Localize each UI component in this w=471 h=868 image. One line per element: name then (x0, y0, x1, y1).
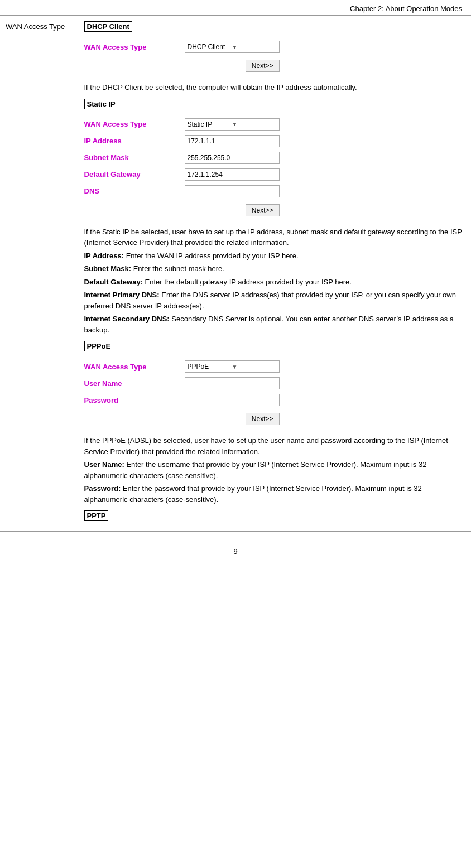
pppoe-btn-row: Next>> (84, 408, 284, 430)
staticip-wan-label: WAN Access Type (84, 116, 185, 133)
pppoe-dropdown-icon: ▼ (232, 364, 277, 370)
page-number: 9 (233, 547, 237, 556)
pppoe-wan-label: WAN Access Type (84, 358, 185, 375)
staticip-gw-term: Default Gateway: (84, 278, 143, 286)
pppoe-wan-select-value: PPPoE (188, 363, 232, 370)
staticip-gateway-input[interactable] (185, 168, 280, 181)
staticip-wan-select-value: Static IP (188, 120, 232, 128)
pppoe-password-label: Password (84, 392, 185, 408)
dhcp-wan-select-cell: DHCP Client ▼ (185, 38, 284, 55)
pppoe-username-term: User Name: (84, 460, 124, 469)
staticip-subnet-input[interactable] (185, 152, 280, 164)
staticip-dns-label: DNS (84, 183, 185, 200)
staticip-pdns-term: Internet Primary DNS: (84, 291, 160, 299)
pppoe-form: WAN Access Type PPPoE ▼ User Name (84, 358, 284, 430)
dhcp-wan-label: WAN Access Type (84, 38, 185, 55)
staticip-section-label: Static IP (84, 99, 118, 109)
chapter-title: Chapter 2: About Operation Modes (350, 4, 462, 13)
staticip-next-button[interactable]: Next>> (246, 204, 280, 216)
pppoe-username-cell (185, 375, 284, 392)
dhcp-dropdown-icon: ▼ (232, 44, 277, 50)
staticip-section: Static IP WAN Access Type Static IP ▼ (84, 99, 463, 336)
pppoe-section-label: PPPoE (84, 341, 114, 351)
dhcp-btn-row: Next>> (84, 55, 284, 76)
staticip-ip-input[interactable] (185, 135, 280, 147)
staticip-gateway-cell (185, 166, 284, 183)
dhcp-wan-select[interactable]: DHCP Client ▼ (185, 41, 280, 53)
staticip-ip-desc: IP Address: Enter the WAN IP address pro… (84, 250, 463, 262)
dhcp-section: DHCP Client WAN Access Type DHCP Client … (84, 21, 463, 93)
staticip-sdns-term: Internet Secondary DNS: (84, 315, 170, 323)
staticip-pdns-desc: Internet Primary DNS: Enter the DNS serv… (84, 290, 463, 311)
left-column-label: WAN Access Type (6, 22, 65, 31)
staticip-subnet-desc: Subnet Mask: Enter the subnet mask here. (84, 263, 463, 274)
page-header: Chapter 2: About Operation Modes (0, 0, 471, 16)
staticip-subnet-desc-text: Enter the subnet mask here. (131, 264, 224, 273)
dhcp-description: If the DHCP Client be selected, the comp… (84, 82, 463, 93)
dhcp-next-button[interactable]: Next>> (246, 60, 280, 72)
pppoe-section: PPPoE WAN Access Type PPPoE ▼ (84, 341, 463, 505)
staticip-dns-cell (185, 183, 284, 200)
pppoe-username-desc: User Name: Enter the username that provi… (84, 459, 463, 481)
staticip-wan-select[interactable]: Static IP ▼ (185, 118, 280, 131)
pppoe-username-desc-text: Enter the username that provide by your … (84, 460, 427, 480)
staticip-dns-input[interactable] (185, 185, 280, 197)
staticip-form: WAN Access Type Static IP ▼ IP Address (84, 116, 284, 221)
staticip-ip-label: IP Address (84, 133, 185, 150)
dhcp-form: WAN Access Type DHCP Client ▼ Next>> (84, 38, 284, 76)
pptp-section: PPTP (84, 510, 463, 525)
staticip-dropdown-icon: ▼ (232, 121, 277, 127)
pptp-section-label: PPTP (84, 510, 109, 521)
staticip-btn-row: Next>> (84, 200, 284, 221)
staticip-ip-desc-text: Enter the WAN IP address provided by you… (124, 252, 299, 260)
staticip-subnet-cell (185, 150, 284, 166)
staticip-subnet-term: Subnet Mask: (84, 264, 132, 273)
pppoe-intro: If the PPPoE (ADSL) be selected, user ha… (84, 435, 463, 457)
pppoe-password-desc-text: Enter the password that provide by your … (84, 484, 422, 504)
staticip-gateway-label: Default Gateway (84, 166, 185, 183)
pppoe-next-button[interactable]: Next>> (246, 413, 280, 425)
pppoe-password-desc: Password: Enter the password that provid… (84, 483, 463, 505)
staticip-gw-desc-text: Enter the default gateway IP address pro… (143, 278, 352, 286)
pppoe-password-input[interactable] (185, 394, 280, 406)
pppoe-password-cell (185, 392, 284, 408)
pppoe-username-input[interactable] (185, 377, 280, 389)
pppoe-wan-select[interactable]: PPPoE ▼ (185, 360, 280, 373)
staticip-description: If the Static IP be selected, user have … (84, 226, 463, 336)
staticip-gw-desc: Default Gateway: Enter the default gatew… (84, 277, 463, 288)
staticip-ip-cell (185, 133, 284, 150)
page-footer: 9 (0, 538, 471, 565)
pppoe-username-label: User Name (84, 375, 185, 392)
dhcp-section-label: DHCP Client (84, 21, 132, 32)
staticip-subnet-label: Subnet Mask (84, 150, 185, 166)
right-column: DHCP Client WAN Access Type DHCP Client … (73, 16, 471, 532)
staticip-sdns-desc: Internet Secondary DNS: Secondary DNS Se… (84, 314, 463, 335)
pppoe-wan-select-cell: PPPoE ▼ (185, 358, 284, 375)
pppoe-description: If the PPPoE (ADSL) be selected, user ha… (84, 435, 463, 505)
staticip-wan-select-cell: Static IP ▼ (185, 116, 284, 133)
staticip-intro: If the Static IP be selected, user have … (84, 226, 463, 248)
staticip-ip-term: IP Address: (84, 252, 124, 260)
pppoe-password-term: Password: (84, 484, 121, 493)
dhcp-wan-select-value: DHCP Client (188, 43, 232, 51)
left-column: WAN Access Type (0, 16, 73, 532)
